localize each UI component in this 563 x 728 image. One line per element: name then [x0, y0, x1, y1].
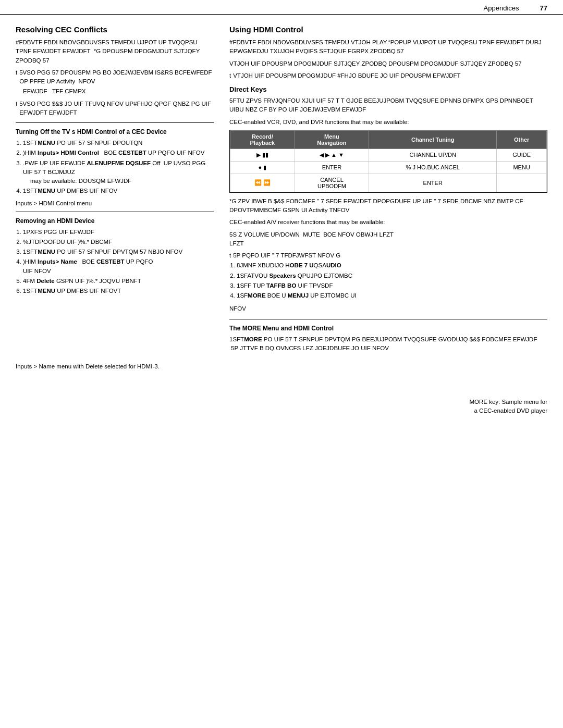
bullet-3: t VTJOH UIF DPOUSPM DPOGMJDUF #FHJO BDUF… [229, 71, 547, 80]
more-menu-title: The MORE Menu and HDMI Control [229, 325, 547, 332]
step-1-2: )HIM Inputs> HDMI Control BOE CESTEBT UP… [23, 149, 214, 157]
cell-guide: GUIDE [497, 149, 547, 161]
direct-keys-table: Record/Playback MenuNavigation Channel T… [229, 130, 547, 193]
av-step-4: 1SFMORE BOE U MENUJ UP EJTOMBC UI [237, 291, 547, 300]
more-key-note: MORE key: Sample menu fora CEC-enabled D… [229, 398, 547, 416]
step-2-1: 1PXFS PGG UIF EFWJDF [23, 228, 214, 237]
col-header-record: Record/Playback [230, 130, 295, 149]
cell-channel-updn: CHANNEL UP/DN [369, 149, 497, 161]
left-section-title: Resolving CEC Conflicts [16, 25, 214, 34]
page-header: Appendices 77 [0, 0, 563, 15]
left-column: Resolving CEC Conflicts #FDBVTF FBDI NBO… [16, 25, 214, 416]
subsection-1-title: Turning Off the TV s HDMI Control of a C… [16, 128, 214, 135]
cell-go-back-cancel: % J HO.BUC ANCEL [369, 161, 497, 174]
divider-2 [16, 212, 214, 212]
cell-cancel-upbodfm: CANCELUPBODFM [295, 174, 369, 192]
bullet-1: t 5VSO PGG 57 DPOUSPM PG BO JOEJWJEVBM I… [16, 68, 214, 87]
table-row: ▶ ▮▮ ◀ ▶ ▲ ▼ CHANNEL UP/DN GUIDE [230, 149, 547, 161]
cec-av-note: CEC-enabled A/V receiver functions that … [229, 218, 547, 227]
step-1-4: 1SFTMENU UP DMFBS UIF NFOV [23, 187, 214, 195]
step-2-6: 1SFTMENU UP DMFBS UIF NFOVT [23, 287, 214, 295]
table-row: ⏪ ⏩ CANCELUPBODFM ENTER [230, 174, 547, 192]
page: Appendices 77 Resolving CEC Conflicts #F… [0, 0, 563, 728]
direct-keys-intro: 5FTU ZPVS FRVJQNFOU XJUI UIF 57 T T GJOE… [229, 96, 547, 115]
table-row: ● ▮ ENTER % J HO.BUC ANCEL MENU [230, 161, 547, 174]
cell-arrows: ◀ ▶ ▲ ▼ [295, 149, 369, 161]
step-2-5: 4FM Delete GSPN UIF )%.* JOQVU PBNFT [23, 277, 214, 286]
left-intro: #FDBVTF FBDI NBOVGBDUVSFS TFMFDU UJPOT U… [16, 38, 214, 65]
col-header-menu: MenuNavigation [295, 130, 369, 149]
step-2-2: %JTDPOOFDU UIF )%.* DBCMF [23, 238, 214, 246]
av-step-1: 8JMNF XBUDIJO HOBE 7 UQSAUDIO [237, 261, 547, 270]
main-content: Resolving CEC Conflicts #FDBVTF FBDI NBO… [0, 15, 563, 426]
av-step-2: 1SFATVOU Speakers QPUJPO EJTOMBC [237, 272, 547, 280]
cell-menu: MENU [497, 161, 547, 174]
right-section-title: Using HDMI Control [229, 25, 547, 34]
after-table-text: *G ZPV IBWF B $&$ FOBCMFE " 7 SFDE EFWJD… [229, 197, 547, 215]
av-numbered-list: 8JMNF XBUDIJO HOBE 7 UQSAUDIO 1SFATVOU S… [237, 261, 547, 300]
bullet-2: t 5VSO PGG $&$ JO UIF TFUVQ NFOV UP#FHJO… [16, 100, 214, 118]
bottom-note-left: Inputs > Name menu with Delete selected … [16, 362, 214, 371]
col-header-other: Other [497, 130, 547, 149]
av-step-3: 1SFF TUP TAFFB BO UIF TPVSDF [237, 281, 547, 290]
av-list-1: 5S Z VOLUME UP/DOWN MUTE BOE NFOV OBWJH … [229, 230, 547, 249]
keys-table: Record/Playback MenuNavigation Channel T… [230, 130, 547, 192]
steps-list-2: 1PXFS PGG UIF EFWJDF %JTDPOOFDU UIF )%.*… [23, 228, 214, 296]
step-1-1: 1SFTMENU PO UIF 57 SFNPUF DPOUTQN [23, 139, 214, 147]
cell-enter: ENTER [295, 161, 369, 174]
divider-1 [16, 122, 214, 123]
nfov-note: NFOV [229, 304, 547, 313]
subsection-2-title: Removing an HDMI Device [16, 217, 214, 225]
right-column: Using HDMI Control #FDBVTF FBDI NBOVGBDU… [229, 25, 547, 416]
cell-other-empty [497, 174, 547, 192]
cell-rec-stop: ● ▮ [230, 161, 295, 174]
steps-list-1: 1SFTMENU PO UIF 57 SFNPUF DPOUTQN )HIM I… [23, 139, 214, 196]
page-number: 77 [540, 4, 547, 12]
direct-keys-label: Direct Keys [229, 85, 547, 93]
inputs-note: Inputs > HDMI Control menu [16, 200, 214, 206]
col-header-channel: Channel Tuning [369, 130, 497, 149]
right-intro-1: #FDBVTF FBDI NBOVGBDUVSFS TFMFDU VTJOH P… [229, 38, 547, 56]
right-intro-2: VTJOH UIF DPOUSPM DPOGMJDUF SJTJQEY ZPOD… [229, 59, 547, 68]
cell-play-pause: ▶ ▮▮ [230, 149, 295, 161]
av-bullet: t 5P PQFO UIF " 7 TFDFJWFST NFOV G [229, 251, 547, 260]
more-menu-text: 1SFTMORE PO UIF 57 T SFNPUF DPVTQM PG BE… [229, 335, 547, 353]
header-title: Appendices [484, 4, 519, 12]
cell-enter-2: ENTER [369, 174, 497, 192]
divider-right [229, 319, 547, 319]
step-2-4: )HIM Inputs> Name BOE CESTEBT UP PQFOUIF… [23, 257, 214, 276]
cec-note: CEC-enabled VCR, DVD, and DVR functions … [229, 118, 547, 127]
step-2-3: 1SFTMENU PO UIF 57 SFNPUF DPVTQM 57 NBJO… [23, 248, 214, 256]
bullet-1-sub: EFWJDF TFF CFMPX [23, 87, 214, 96]
cell-rew-ff: ⏪ ⏩ [230, 174, 295, 192]
step-1-3: .PWF UP UIF EFWJDF ALENUPFME DQSUEF Off … [23, 159, 214, 186]
